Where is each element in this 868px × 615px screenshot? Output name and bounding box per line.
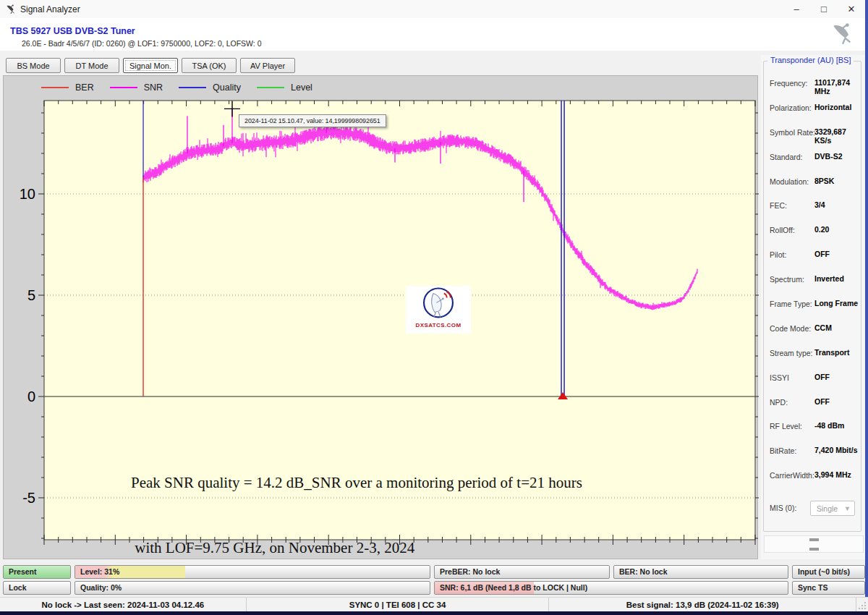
transponder-row: CarrierWidth:3,994 MHz <box>764 464 861 488</box>
splitter-grip-icon <box>809 538 819 551</box>
field-label: RollOff: <box>770 226 795 234</box>
field-label: NPD: <box>770 398 788 407</box>
transponder-row: Stream type:Transport <box>764 342 861 366</box>
minimize-button[interactable]: – <box>783 0 810 18</box>
svg-text:-5: -5 <box>22 490 35 506</box>
legend-line-quality <box>179 87 206 88</box>
field-label: ISSYI <box>770 373 789 382</box>
transponder-row: Pilot:OFF <box>764 243 861 268</box>
titlebar: Signal Analyzer – □ ✕ <box>0 0 865 19</box>
field-label: Spectrum: <box>770 275 804 284</box>
svg-text:0: 0 <box>27 389 35 404</box>
field-label: FEC: <box>770 201 787 210</box>
legend-item-quality: Quality <box>179 82 241 93</box>
legend-item-snr: SNR <box>110 82 163 93</box>
chevron-down-icon: ▼ <box>844 505 851 512</box>
tab-tsa-ok-[interactable]: TSA (OK) <box>182 58 237 73</box>
field-value: 3329,687 KS/s <box>814 127 861 145</box>
status-label-ber: BER: No lock <box>619 567 668 576</box>
field-label: Symbol Rate: <box>770 128 815 137</box>
mis-dropdown[interactable]: Single▼ <box>810 501 855 516</box>
field-value: OFF <box>814 250 830 258</box>
field-value: OFF <box>814 373 830 381</box>
panel-splitter-handle[interactable] <box>764 535 864 553</box>
status-label-input: Input (~0 bit/s) <box>798 567 850 576</box>
status-label-present: Present <box>9 567 37 576</box>
transponder-row: RollOff:0.20 <box>764 219 861 243</box>
field-value: Transport <box>814 348 849 357</box>
field-value: OFF <box>814 397 830 406</box>
legend-line-snr <box>110 87 137 88</box>
field-value: Horizontal <box>814 103 851 111</box>
field-label: BitRate: <box>770 446 796 455</box>
field-value: 7,420 Mbit/s <box>814 446 858 454</box>
header: TBS 5927 USB DVB-S2 Tuner 26.0E - Badr 4… <box>0 18 865 51</box>
field-label: Modulation: <box>770 177 809 186</box>
transponder-group-title: Transponder (AU) [BS] <box>767 56 854 64</box>
legend-item-level: Level <box>257 82 312 93</box>
transponder-row: Frequency:11017,874 MHz <box>764 72 861 96</box>
field-label: Stream type: <box>770 349 813 357</box>
tab-signal-mon-[interactable]: Signal Mon. <box>123 58 178 73</box>
resize-grip[interactable] <box>856 598 868 611</box>
dxsatcs-logo-icon <box>420 286 457 323</box>
svg-text:5: 5 <box>27 287 35 303</box>
transponder-row: NPD:OFF <box>764 391 861 415</box>
tabstrip: BS ModeDT ModeSignal Mon.TSA (OK)AV Play… <box>0 51 865 75</box>
dxsatcs-logo: DXSATCS.COM <box>406 286 471 334</box>
legend-label: Quality <box>213 82 241 93</box>
legend-label: SNR <box>144 82 163 93</box>
status-label-lock: Lock <box>9 583 27 592</box>
status-input: Input (~0 bit/s) <box>792 565 865 579</box>
transponder-row: RF Level:-48 dBm <box>764 415 861 439</box>
status-label-quality: Quality: 0% <box>80 583 122 592</box>
mis-row: MIS (0):Single▼ <box>764 496 861 525</box>
field-value: Long Frame <box>814 299 858 308</box>
status-label-level: Level: 31% <box>80 567 119 576</box>
svg-text:10: 10 <box>20 186 35 202</box>
maximize-button[interactable]: □ <box>810 0 838 18</box>
transponder-panel: Transponder (AU) [BS] Frequency:11017,87… <box>761 55 865 559</box>
tab-dt-mode[interactable]: DT Mode <box>64 58 119 73</box>
tab-av-player[interactable]: AV Player <box>240 58 295 73</box>
status-lock: Lock <box>3 581 71 595</box>
close-button[interactable]: ✕ <box>838 0 865 18</box>
transponder-row: Modulation:8PSK <box>764 170 861 195</box>
field-value: 8PSK <box>814 177 834 185</box>
transponder-row: Symbol Rate:3329,687 KS/s <box>764 121 861 145</box>
legend-label: Level <box>291 82 312 93</box>
field-label: Standard: <box>770 153 803 161</box>
field-label: CarrierWidth: <box>770 471 814 480</box>
mis-label: MIS (0): <box>770 504 796 512</box>
transponder-row: BitRate:7,420 Mbit/s <box>764 439 861 464</box>
field-label: Frame Type: <box>770 300 812 308</box>
transponder-row: FEC:3/4 <box>764 194 861 219</box>
field-value: -48 dBm <box>814 421 844 430</box>
transponder-row: Spectrum:Inverted <box>764 268 861 292</box>
field-label: Pilot: <box>770 250 786 259</box>
window-title: Signal Analyzer <box>20 4 80 14</box>
status-label-syncts: Sync TS <box>798 583 827 592</box>
tab-bs-mode[interactable]: BS Mode <box>6 58 61 73</box>
legend-line-ber <box>41 87 69 88</box>
field-value: Inverted <box>814 274 844 283</box>
status-ber: BER: No lock <box>613 565 788 579</box>
field-value: 0.20 <box>814 225 829 234</box>
transponder-row: Code Mode:CCM <box>764 317 861 342</box>
field-label: Polarization: <box>770 103 812 112</box>
status-syncts: Sync TS <box>792 581 865 595</box>
field-value: DVB-S2 <box>814 152 843 161</box>
legend-label: BER <box>75 82 94 93</box>
satellite-dish-icon <box>830 22 855 48</box>
status-present: Present <box>3 565 71 579</box>
field-value: 3/4 <box>814 200 825 209</box>
chart-panel: 1050-5 BERSNRQualityLevel 2024-11-02 15.… <box>3 75 758 559</box>
transponder-row: Polarization:Horizontal <box>764 96 861 121</box>
logo-caption: DXSATCS.COM <box>416 322 461 328</box>
resize-grip-icon <box>858 601 867 610</box>
transponder-row: ISSYIOFF <box>764 366 861 391</box>
chart-legend: BERSNRQualityLevel <box>41 80 328 95</box>
window-bottom-edge <box>0 611 868 615</box>
mis-value: Single <box>817 504 838 513</box>
field-value: 11017,874 MHz <box>814 78 861 96</box>
